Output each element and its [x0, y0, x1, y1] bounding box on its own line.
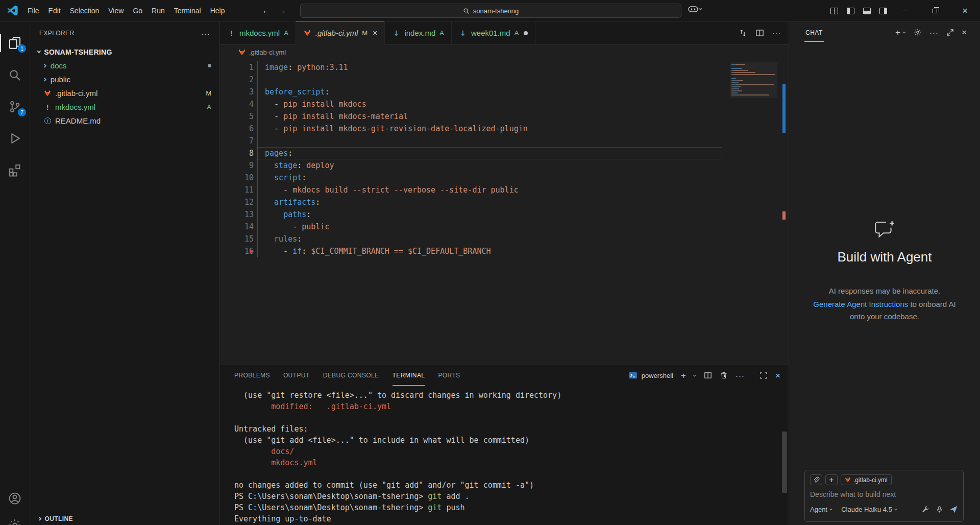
git-change-gutter: [254, 123, 265, 135]
menu-view[interactable]: View: [104, 0, 128, 21]
editor-actions: ···: [739, 21, 789, 45]
file-tree-item-public[interactable]: ›public: [30, 73, 219, 86]
more-actions-icon[interactable]: ···: [929, 28, 939, 37]
toggle-panel-icon[interactable]: [863, 8, 871, 14]
code-line[interactable]: 14 - public: [220, 221, 789, 233]
code-line[interactable]: 13 paths:: [220, 208, 789, 221]
code-line[interactable]: 6 - pip install mkdocs-git-revision-date…: [220, 123, 789, 135]
settings-button[interactable]: [0, 513, 30, 525]
code-line[interactable]: 11 - mkdocs build --strict --verbose --s…: [220, 184, 789, 196]
maximize-panel-icon[interactable]: [760, 371, 768, 379]
overview-ruler[interactable]: [780, 59, 789, 365]
code-line[interactable]: 15 rules:: [220, 233, 789, 245]
code-line[interactable]: 5 - pip install mkdocs-material: [220, 110, 789, 123]
context-file-chip[interactable]: .gitlab-ci.yml: [841, 474, 892, 485]
menu-go[interactable]: Go: [128, 0, 147, 21]
accounts-button[interactable]: [0, 486, 30, 511]
open-changes-icon[interactable]: [739, 29, 747, 37]
chevron-down-icon[interactable]: ›: [901, 31, 909, 33]
close-window-button[interactable]: ×: [950, 0, 980, 21]
restore-button[interactable]: [920, 0, 950, 21]
copilot-menu-button[interactable]: ›: [688, 5, 702, 13]
forward-button[interactable]: →: [278, 6, 286, 16]
shell-label[interactable]: powershell: [642, 372, 673, 379]
panel-tab-terminal[interactable]: TERMINAL: [393, 365, 425, 386]
activity-bar: 1 7: [0, 21, 30, 525]
close-chat-icon[interactable]: ×: [962, 28, 967, 37]
code-line[interactable]: 1image: python:3.11: [220, 61, 789, 74]
more-actions-icon[interactable]: ···: [736, 371, 745, 380]
menu-run[interactable]: Run: [147, 0, 169, 21]
tab-index-md[interactable]: ↓index.mdA: [385, 21, 452, 45]
panel-tab-debug-console[interactable]: DEBUG CONSOLE: [323, 365, 379, 386]
explorer-actions-icon[interactable]: ···: [201, 29, 210, 38]
new-terminal-icon[interactable]: +: [681, 371, 686, 380]
menu-file[interactable]: File: [23, 0, 44, 21]
file-tree-item--gitlab-ci-yml[interactable]: .gitlab-ci.ymlM: [30, 86, 219, 100]
explorer-activity-button[interactable]: 1: [0, 31, 30, 55]
search-activity-button[interactable]: [0, 63, 30, 87]
file-tree-item-docs[interactable]: ›docs: [30, 59, 219, 73]
tab-mkdocs-yml[interactable]: !mkdocs.ymlA: [220, 21, 296, 45]
minimap[interactable]: [730, 62, 777, 98]
file-tree-item-mkdocs-yml[interactable]: !mkdocs.ymlA: [30, 100, 219, 114]
kill-terminal-icon[interactable]: [720, 371, 728, 379]
panel-tab-ports[interactable]: PORTS: [438, 365, 460, 386]
split-terminal-icon[interactable]: [704, 371, 712, 379]
terminal-output[interactable]: (use "git restore <file>..." to discard …: [220, 386, 789, 525]
configure-chat-icon[interactable]: [914, 28, 922, 36]
expand-chat-icon[interactable]: [946, 29, 954, 36]
extensions-activity-button[interactable]: [0, 158, 30, 182]
chat-disclaimer: AI responses may be inaccurate.: [789, 287, 980, 295]
code-line[interactable]: 12 artifacts:: [220, 196, 789, 208]
generate-agent-instructions-link[interactable]: Generate Agent Instructions: [813, 300, 908, 308]
voice-icon[interactable]: [936, 506, 943, 513]
more-actions-icon[interactable]: ···: [772, 29, 781, 37]
menu-help[interactable]: Help: [206, 0, 230, 21]
customize-layout-icon[interactable]: [830, 8, 838, 14]
panel-tab-output[interactable]: OUTPUT: [283, 365, 310, 386]
code-line[interactable]: 10 script:: [220, 172, 789, 184]
toggle-primary-sidebar-icon[interactable]: [847, 8, 854, 14]
tab-week01-md[interactable]: ↓week01.mdA: [452, 21, 535, 45]
new-chat-icon[interactable]: +: [895, 28, 900, 37]
code-line[interactable]: 7: [220, 135, 789, 147]
terminal-dropdown-icon[interactable]: ›: [691, 374, 699, 376]
toggle-secondary-sidebar-icon[interactable]: [879, 8, 887, 14]
chat-input-box[interactable]: + .gitlab-ci.yml Describe what to build …: [804, 470, 964, 522]
run-debug-activity-button[interactable]: [0, 126, 30, 151]
outline-section-header[interactable]: › OUTLINE: [30, 512, 219, 525]
chat-input[interactable]: Describe what to build next: [810, 490, 958, 498]
tab--gitlab-ci-yml[interactable]: .gitlab-ci.ymlM×: [296, 21, 385, 45]
add-context-button[interactable]: +: [825, 474, 838, 485]
file-tree-item-readme-md[interactable]: iREADME.md: [30, 114, 219, 128]
code-editor[interactable]: 1image: python:3.1123before_script:4 - p…: [220, 59, 789, 365]
code-line[interactable]: 8pages:: [220, 147, 789, 159]
chat-tab[interactable]: CHAT: [804, 23, 824, 42]
menu-edit[interactable]: Edit: [44, 0, 65, 21]
model-picker[interactable]: Claude Haiku 4.5 ›: [841, 506, 897, 513]
code-line[interactable]: 4 - pip install mkdocs: [220, 98, 789, 110]
command-center-search[interactable]: sonam-tshering: [300, 4, 681, 18]
attach-context-button[interactable]: [810, 474, 822, 485]
markdown-icon: ↓: [459, 29, 467, 37]
send-button[interactable]: [949, 505, 958, 514]
workspace-root-item[interactable]: › SONAM-TSHERING: [30, 45, 219, 59]
agent-mode-picker[interactable]: Agent: [810, 506, 827, 513]
code-line[interactable]: 3before_script:: [220, 86, 789, 98]
breadcrumb[interactable]: .gitlab-ci.yml: [220, 45, 789, 59]
menu-selection[interactable]: Selection: [65, 0, 104, 21]
tools-icon[interactable]: [922, 506, 929, 513]
panel-tab-problems[interactable]: PROBLEMS: [234, 365, 270, 386]
code-line[interactable]: 2: [220, 74, 789, 86]
code-line[interactable]: 9 stage: deploy: [220, 159, 789, 172]
code-line[interactable]: 16 - if: $CI_COMMIT_BRANCH == $CI_DEFAUL…: [220, 245, 789, 257]
menu-terminal[interactable]: Terminal: [169, 0, 206, 21]
split-editor-icon[interactable]: [755, 29, 764, 37]
close-icon[interactable]: ×: [373, 29, 377, 38]
back-button[interactable]: ←: [262, 6, 271, 16]
terminal-scrollbar[interactable]: [782, 432, 787, 493]
source-control-activity-button[interactable]: 7: [0, 94, 30, 119]
minimize-button[interactable]: [890, 0, 920, 21]
close-panel-icon[interactable]: ×: [775, 371, 780, 380]
